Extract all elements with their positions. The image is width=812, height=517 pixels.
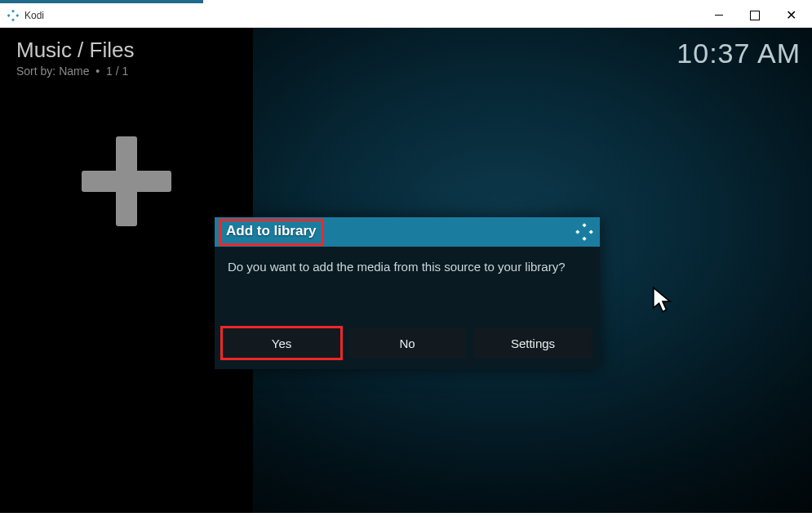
svg-rect-0 <box>11 9 15 12</box>
no-button[interactable]: No <box>348 328 466 358</box>
clock: 10:37 AM <box>677 38 801 69</box>
window-title: Kodi <box>24 10 701 21</box>
svg-rect-3 <box>11 18 15 21</box>
dialog-title: Add to library <box>226 223 317 238</box>
sort-label: Sort by: Name <box>16 65 89 78</box>
breadcrumb-area: Music / Files Sort by: Name • 1 / 1 <box>0 28 253 79</box>
svg-rect-6 <box>589 230 593 234</box>
sort-info[interactable]: Sort by: Name • 1 / 1 <box>16 65 237 78</box>
plus-icon <box>82 136 171 226</box>
window-controls: ✕ <box>701 3 809 28</box>
dialog-title-highlight: Add to library <box>219 219 324 246</box>
svg-rect-4 <box>582 223 586 227</box>
minimize-button[interactable] <box>701 3 737 28</box>
breadcrumb[interactable]: Music / Files <box>16 38 237 63</box>
kodi-app-icon <box>7 9 20 22</box>
kodi-logo-icon <box>575 223 593 241</box>
add-source-tile[interactable] <box>0 136 253 226</box>
svg-rect-5 <box>575 230 579 234</box>
page-position: 1 / 1 <box>106 65 128 78</box>
svg-rect-1 <box>7 14 11 17</box>
dialog-actions: Yes No Settings <box>215 328 600 369</box>
svg-rect-7 <box>582 237 586 241</box>
settings-button[interactable]: Settings <box>474 328 592 358</box>
maximize-button[interactable] <box>737 3 773 28</box>
yes-button[interactable]: Yes <box>223 328 340 358</box>
svg-rect-2 <box>16 14 19 17</box>
dialog-header: Add to library <box>215 217 600 247</box>
app-body: Music / Files Sort by: Name • 1 / 1 10:3… <box>0 28 812 513</box>
close-button[interactable]: ✕ <box>773 3 809 28</box>
window-titlebar: Kodi ✕ <box>0 3 812 28</box>
dialog-message: Do you want to add the media from this s… <box>215 247 600 328</box>
add-to-library-dialog: Add to library Do you want to add the me… <box>215 217 600 369</box>
